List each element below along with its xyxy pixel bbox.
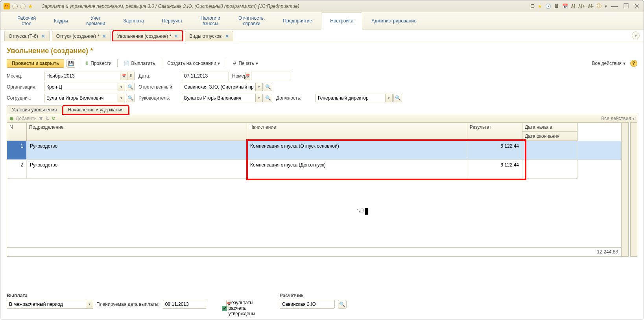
dropdown-icon[interactable]: ▾ xyxy=(605,4,607,9)
month-input[interactable]: 📅 ⇵ xyxy=(44,72,135,80)
help-button[interactable]: ? xyxy=(630,60,637,67)
resp-input[interactable]: ▾ xyxy=(182,83,263,91)
toolbar-calc-icon[interactable]: 🖩 xyxy=(554,4,559,9)
chevron-down-icon[interactable]: ▾ xyxy=(118,94,125,102)
nav-time[interactable]: Учетвремени xyxy=(77,12,114,29)
favorites-icon[interactable]: ★ xyxy=(28,3,33,9)
info-icon[interactable]: ⓘ xyxy=(597,3,602,9)
pay-button[interactable]: 📄Выплатить xyxy=(121,60,157,67)
chevron-down-icon[interactable]: ▾ xyxy=(255,94,262,102)
org-input[interactable]: ▾ xyxy=(44,83,125,91)
col-dates[interactable]: Дата начала Дата окончания xyxy=(522,123,578,141)
chevron-down-icon[interactable]: ▾ xyxy=(385,94,392,102)
add-button[interactable]: Добавить xyxy=(16,116,37,121)
calendar-icon[interactable]: 📅 xyxy=(120,72,127,80)
manager-label: Руководитель: xyxy=(138,95,178,101)
payment-period-input[interactable]: ▾ xyxy=(7,300,93,309)
approved-checkbox[interactable]: Результаты расчета утверждены xyxy=(222,300,264,316)
tabs-overflow-button[interactable]: ▾ xyxy=(632,31,640,39)
col-result[interactable]: Результат xyxy=(467,123,522,141)
tab-vidy-otpuskov[interactable]: Виды отпусков✕ xyxy=(185,31,233,41)
org-label: Организация: xyxy=(7,84,40,90)
table-scrollbar[interactable] xyxy=(622,122,629,257)
calc-input[interactable]: ▾ xyxy=(280,300,335,309)
close-window-button[interactable]: ✕ xyxy=(633,2,640,10)
employee-input[interactable]: ▾ xyxy=(44,94,125,102)
tab-otpuska-t6[interactable]: Отпуска (Т-6)✕ xyxy=(4,31,50,41)
all-actions-button[interactable]: Все действия▾ xyxy=(590,60,628,67)
lookup-button[interactable]: 🔍 xyxy=(126,94,135,102)
lookup-button[interactable]: 🔍 xyxy=(264,83,272,91)
nav-desktop[interactable]: Рабочийстол xyxy=(8,12,45,29)
m-plus-button[interactable]: M+ xyxy=(578,4,585,9)
toolbar-star-icon[interactable]: ★ xyxy=(538,4,542,9)
titlebar: 1c ★ Зарплата и управление персоналом, р… xyxy=(0,0,644,12)
lookup-button[interactable]: 🔍 xyxy=(338,300,347,309)
nav-forward-button[interactable] xyxy=(20,4,26,9)
minimize-button[interactable]: — xyxy=(610,3,619,10)
nav-reports[interactable]: Отчетность,справки xyxy=(229,12,274,29)
position-label: Должность: xyxy=(276,95,312,101)
col-dept[interactable]: Подразделение xyxy=(27,123,247,141)
month-label: Месяц: xyxy=(7,73,40,79)
tab-conditions[interactable]: Условия увольнения xyxy=(7,105,62,114)
print-button[interactable]: 🖨Печать▾ xyxy=(230,60,260,67)
employee-label: Сотрудник: xyxy=(7,95,40,101)
position-input[interactable]: ▾ xyxy=(316,94,393,102)
document-toolbar: Провести и закрыть 💾 ⬇Провести 📄Выплатит… xyxy=(7,59,637,68)
table-row[interactable]: 1 Руководство Компенсация отпуска (Отпус… xyxy=(7,141,621,160)
toolbar-icon[interactable]: ⇅ xyxy=(45,116,49,121)
number-label: Номер: xyxy=(232,73,248,79)
toolbar-history-icon[interactable]: 🕓 xyxy=(545,4,551,9)
col-n[interactable]: N xyxy=(7,123,27,141)
create-based-on-button[interactable]: Создать на основании▾ xyxy=(165,60,223,67)
close-icon[interactable]: ✕ xyxy=(102,33,106,39)
post-and-close-button[interactable]: Провести и закрыть xyxy=(7,59,64,68)
refresh-icon[interactable]: ↻ xyxy=(52,116,55,121)
date-input[interactable]: 📅 xyxy=(182,72,229,80)
manager-input[interactable]: ▾ xyxy=(182,94,263,102)
tab-uvolnenie-create[interactable]: Увольнение (создание) *✕ xyxy=(113,31,183,41)
nav-taxes[interactable]: Налоги ивзносы xyxy=(192,12,229,29)
tab-charges[interactable]: Начисления и удержания xyxy=(63,105,129,114)
nav-admin[interactable]: Администрирование xyxy=(362,12,425,29)
all-actions-button[interactable]: Все действия ▾ xyxy=(601,116,635,121)
inner-tabs: Условия увольнения Начисления и удержани… xyxy=(7,105,637,114)
m-minus-button[interactable]: M- xyxy=(588,4,594,9)
toolbar-generic-icon[interactable]: ☰ xyxy=(530,4,535,9)
nav-settings[interactable]: Настройка xyxy=(321,12,362,30)
nav-enterprise[interactable]: Предприятие xyxy=(274,12,321,29)
panel-scrollbar[interactable] xyxy=(630,122,637,257)
toolbar-icon[interactable]: ✖ xyxy=(39,116,43,121)
chevron-down-icon[interactable]: ▾ xyxy=(255,83,262,91)
toolbar-calendar-icon[interactable]: 📅 xyxy=(562,4,568,9)
add-icon[interactable]: ⊕ xyxy=(9,116,13,121)
charges-table: N Подразделение Начисление Результат Дат… xyxy=(7,122,622,257)
close-icon[interactable]: ✕ xyxy=(225,33,229,39)
lookup-button[interactable]: 🔍 xyxy=(393,94,402,102)
number-input[interactable] xyxy=(251,72,290,80)
nav-persuchet[interactable]: Персучет xyxy=(153,12,192,29)
close-icon[interactable]: ✕ xyxy=(174,33,178,39)
table-total: 12 244,88 xyxy=(7,247,621,256)
post-button[interactable]: ⬇Провести xyxy=(83,60,114,67)
m-button[interactable]: M xyxy=(571,4,575,9)
col-charge[interactable]: Начисление xyxy=(247,123,467,141)
save-button[interactable]: 💾 xyxy=(66,59,75,68)
nav-salary[interactable]: Зарплата xyxy=(114,12,153,29)
stepper-icon[interactable]: ⇵ xyxy=(127,72,134,80)
chevron-down-icon[interactable]: ▾ xyxy=(118,83,125,91)
maximize-button[interactable]: ❐ xyxy=(622,2,630,10)
close-icon[interactable]: ✕ xyxy=(41,33,45,39)
lookup-button[interactable]: 🔍 xyxy=(126,83,135,91)
tab-otpusk-create[interactable]: Отпуск (создание) *✕ xyxy=(52,31,111,41)
chevron-down-icon[interactable]: ▾ xyxy=(86,300,93,308)
lookup-button[interactable]: 🔍 xyxy=(264,94,272,102)
document-content: Увольнение (создание) * Провести и закры… xyxy=(0,41,644,320)
nav-kadry[interactable]: Кадры xyxy=(45,12,77,29)
date-label: Дата: xyxy=(138,73,178,79)
plan-date-input[interactable]: 📅 xyxy=(163,300,206,309)
table-row[interactable]: 2 Руководство Компенсация отпуска (Доп.о… xyxy=(7,160,621,179)
nav-back-button[interactable] xyxy=(12,4,18,9)
page-title: Увольнение (создание) * xyxy=(7,47,637,55)
